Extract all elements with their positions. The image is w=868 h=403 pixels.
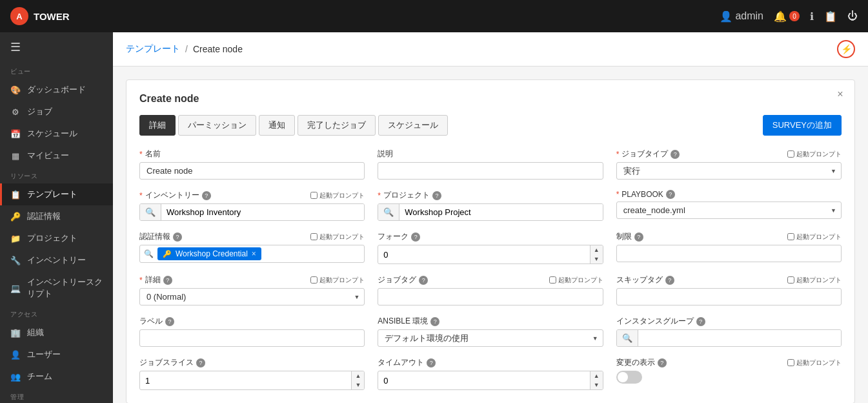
timeout-decrement-button[interactable]: ▼ [590, 380, 603, 389]
verbosity-prompt-checkbox[interactable] [310, 276, 318, 284]
sidebar-item-users[interactable]: 👤 ユーザー [0, 344, 113, 366]
job-tags-help-icon[interactable]: ? [419, 276, 428, 285]
project-help-icon[interactable]: ? [432, 191, 441, 200]
tab-details[interactable]: 詳細 [139, 115, 176, 136]
instance-groups-input[interactable] [638, 330, 841, 346]
info-icon[interactable]: ℹ [810, 10, 814, 23]
fork-decrement-button[interactable]: ▼ [590, 254, 603, 264]
limit-prompt[interactable]: 起動プロンプト [787, 232, 842, 242]
limit-prompt-checkbox[interactable] [787, 233, 794, 240]
credentials-help-icon[interactable]: ? [173, 232, 182, 242]
sidebar-item-jobs[interactable]: ⚙ ジョブ [0, 101, 113, 123]
job-slice-label: ジョブスライス ? [139, 357, 205, 368]
sidebar-label-inventory-scripts: インベントリースクリプト [27, 276, 103, 300]
job-slice-decrement-button[interactable]: ▼ [352, 380, 364, 389]
sidebar-item-schedules[interactable]: 📅 スケジュール [0, 123, 113, 145]
job-tags-input[interactable] [378, 288, 603, 305]
fork-help-icon[interactable]: ? [411, 232, 420, 242]
project-search-input[interactable] [399, 204, 602, 220]
credentials-search-icon[interactable]: 🔍 [144, 249, 154, 258]
sidebar-item-inventory[interactable]: 🔧 インベントリー [0, 249, 113, 271]
user-menu[interactable]: 👤 admin [720, 10, 763, 23]
fork-spinner-wrap: ▲ ▼ [378, 245, 603, 264]
tab-completed-jobs[interactable]: 完了したジョブ [298, 115, 376, 136]
myview-icon: ▦ [10, 150, 21, 161]
verbosity-help-icon[interactable]: ? [163, 276, 172, 285]
job-slice-input[interactable] [140, 373, 351, 389]
limit-help-icon[interactable]: ? [634, 232, 643, 242]
sidebar-item-credentials[interactable]: 🔑 認証情報 [0, 205, 113, 227]
skip-tags-input[interactable] [616, 288, 842, 305]
labels-input[interactable] [139, 329, 365, 347]
verbosity-label: 詳細 ? [139, 274, 172, 285]
sidebar-item-inventory-scripts[interactable]: 💻 インベントリースクリプト [0, 271, 113, 305]
job-type-select[interactable]: 実行 チェック [616, 162, 842, 180]
job-slice-help-icon[interactable]: ? [196, 358, 205, 367]
power-icon[interactable]: ⏻ [847, 10, 858, 22]
sidebar-label-organizations: 組織 [27, 327, 44, 338]
sidebar-item-dashboard[interactable]: 🎨 ダッシュボード [0, 79, 113, 101]
tab-notifications[interactable]: 通知 [259, 115, 295, 136]
labels-help-icon[interactable]: ? [165, 317, 174, 326]
show-changes-prompt[interactable]: 起動プロンプト [787, 358, 842, 367]
field-playbook: PLAYBOOK ? create_node.yml [616, 190, 842, 221]
credentials-prompt-checkbox[interactable] [310, 233, 318, 240]
inventory-help-icon[interactable]: ? [202, 191, 211, 200]
notifications-icon[interactable]: 🔔 0 [774, 10, 800, 23]
tab-permissions[interactable]: パーミッション [178, 115, 256, 136]
playbook-help-icon[interactable]: ? [666, 190, 675, 199]
skip-tags-prompt[interactable]: 起動プロンプト [787, 276, 842, 285]
job-type-prompt[interactable]: 起動プロンプト [787, 150, 842, 159]
sidebar-item-teams[interactable]: 👥 チーム [0, 366, 113, 388]
sidebar-toggle[interactable]: ☰ [0, 32, 113, 62]
field-ansible-env: ANSIBLE 環境 ? デフォルト環境の使用 [378, 316, 603, 347]
show-changes-prompt-checkbox[interactable] [787, 359, 794, 366]
tab-schedule[interactable]: スケジュール [378, 115, 448, 136]
fork-increment-button[interactable]: ▲ [590, 245, 603, 254]
name-input[interactable] [139, 162, 365, 180]
fork-input[interactable] [378, 247, 589, 263]
inventory-icon: 🔧 [10, 255, 21, 265]
limit-input[interactable] [616, 245, 842, 262]
timeout-increment-button[interactable]: ▲ [590, 371, 603, 380]
sidebar-item-myview[interactable]: ▦ マイビュー [0, 145, 113, 167]
timeout-help-icon[interactable]: ? [427, 358, 436, 367]
sidebar: ☰ ビュー 🎨 ダッシュボード ⚙ ジョブ 📅 スケジュール ▦ マイビュー リ… [0, 32, 113, 403]
inventory-search-input[interactable] [161, 204, 364, 220]
skip-tags-help-icon[interactable]: ? [665, 276, 674, 285]
inventory-prompt-checkbox[interactable] [310, 192, 318, 199]
panel-close-button[interactable]: × [834, 88, 847, 101]
skip-tags-prompt-checkbox[interactable] [787, 276, 794, 284]
tab-bar: 詳細 パーミッション 通知 完了したジョブ スケジュール SURVEYの追加 [139, 115, 842, 136]
ansible-env-select[interactable]: デフォルト環境の使用 [378, 329, 603, 347]
show-changes-help-icon[interactable]: ? [658, 358, 667, 367]
description-input[interactable] [378, 162, 603, 180]
job-tags-prompt-checkbox[interactable] [549, 276, 556, 284]
project-search-icon[interactable]: 🔍 [378, 204, 399, 220]
sidebar-label-myview: マイビュー [27, 150, 69, 161]
ansible-env-help-icon[interactable]: ? [430, 317, 439, 326]
sidebar-item-projects[interactable]: 📁 プロジェクト [0, 227, 113, 249]
show-changes-toggle[interactable] [616, 371, 642, 384]
job-slice-increment-button[interactable]: ▲ [352, 371, 364, 380]
job-type-prompt-checkbox[interactable] [787, 150, 794, 158]
tab-add-survey[interactable]: SURVEYの追加 [763, 115, 842, 136]
inventory-prompt[interactable]: 起動プロンプト [310, 191, 365, 200]
breadcrumb-parent[interactable]: テンプレート [126, 43, 180, 55]
docs-icon[interactable]: 📋 [824, 10, 837, 23]
instance-groups-search-icon[interactable]: 🔍 [617, 330, 638, 346]
job-type-help-icon[interactable]: ? [671, 150, 680, 159]
playbook-select[interactable]: create_node.yml [616, 202, 842, 219]
sidebar-item-organizations[interactable]: 🏢 組織 [0, 322, 113, 344]
activity-stream-icon[interactable]: ⚡ [837, 40, 855, 58]
job-tags-prompt[interactable]: 起動プロンプト [549, 276, 603, 285]
instance-groups-help-icon[interactable]: ? [696, 317, 705, 326]
verbosity-select[interactable]: 0 (Normal) 1 (Verbose) 2 (More Verbose) … [139, 288, 365, 305]
credential-remove-button[interactable]: × [252, 249, 256, 258]
credentials-prompt[interactable]: 起動プロンプト [310, 232, 365, 242]
verbosity-prompt[interactable]: 起動プロンプト [310, 276, 365, 285]
inventory-search-icon[interactable]: 🔍 [140, 204, 161, 220]
sidebar-item-templates[interactable]: 📋 テンプレート [0, 183, 113, 205]
sidebar-section-resources: リソース [0, 167, 113, 183]
timeout-input[interactable] [378, 373, 589, 389]
